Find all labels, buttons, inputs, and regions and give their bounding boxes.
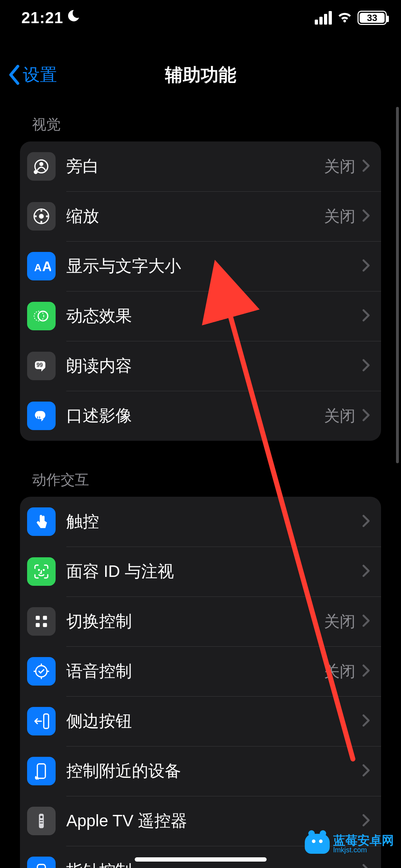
svg-text:A: A — [42, 259, 51, 274]
zoom-icon — [27, 202, 56, 231]
svg-point-27 — [40, 816, 43, 818]
watermark-logo-icon — [305, 834, 330, 854]
svg-rect-25 — [37, 764, 46, 779]
row-label: 切换控制 — [66, 610, 324, 632]
audiodesc-icon: ,, — [27, 402, 56, 430]
row-label: 口述影像 — [66, 405, 324, 427]
svg-point-17 — [38, 569, 40, 571]
row-label: 缩放 — [66, 205, 324, 227]
battery-percent: 33 — [367, 12, 377, 24]
section-header-visual: 视觉 — [0, 107, 401, 141]
svg-rect-22 — [43, 623, 47, 627]
row-label: 朗读内容 — [66, 355, 362, 377]
chevron-right-icon — [362, 409, 370, 423]
appletv-icon — [27, 807, 56, 835]
group-visual: 旁白 关闭 缩放 关闭 AA 显示与文字大小 — [20, 141, 381, 441]
nav-bar: 设置 辅助功能 — [0, 53, 401, 96]
row-label: 旁白 — [66, 155, 324, 177]
row-value: 关闭 — [324, 611, 355, 632]
svg-rect-20 — [43, 616, 47, 620]
chevron-right-icon — [362, 159, 370, 174]
chevron-right-icon — [362, 664, 370, 678]
status-left: 21:21 — [21, 9, 81, 27]
chevron-right-icon — [362, 209, 370, 223]
watermark: 蓝莓安卓网 lmkjst.com — [305, 834, 394, 854]
section-header-physical: 动作交互 — [0, 462, 401, 497]
svg-point-7 — [35, 215, 37, 217]
svg-point-8 — [46, 215, 48, 217]
row-side-button[interactable]: 侧边按钮 — [20, 696, 381, 746]
do-not-disturb-icon — [66, 9, 81, 27]
row-label: 触控 — [66, 511, 362, 533]
svg-rect-28 — [40, 820, 43, 821]
svg-text:A: A — [34, 262, 42, 273]
chevron-right-icon — [362, 309, 370, 323]
svg-text:,,: ,, — [37, 411, 41, 419]
row-motion[interactable]: 动态效果 — [20, 291, 381, 341]
row-label: Apple TV 遥控器 — [66, 810, 362, 832]
svg-point-1 — [39, 162, 43, 166]
chevron-right-icon — [362, 359, 370, 373]
svg-point-5 — [40, 210, 42, 212]
row-display-text-size[interactable]: AA 显示与文字大小 — [20, 241, 381, 291]
row-label: 侧边按钮 — [66, 710, 362, 732]
battery-icon: 33 — [358, 11, 387, 25]
status-time: 21:21 — [21, 9, 63, 27]
motion-icon — [27, 302, 56, 330]
cellular-signal-icon — [315, 11, 332, 25]
chevron-right-icon — [362, 714, 370, 728]
svg-point-6 — [40, 221, 42, 223]
chevron-right-icon — [362, 764, 370, 778]
back-button[interactable]: 设置 — [0, 63, 57, 86]
chevron-right-icon — [362, 515, 370, 529]
row-zoom[interactable]: 缩放 关闭 — [20, 191, 381, 241]
row-value: 关闭 — [324, 156, 355, 177]
group-physical: 触控 面容 ID 与注视 切换控制 关闭 — [20, 497, 381, 868]
row-value: 关闭 — [324, 405, 355, 427]
status-bar: 21:21 33 — [0, 0, 401, 36]
chevron-right-icon — [362, 259, 370, 273]
home-indicator — [135, 857, 267, 862]
row-control-nearby-devices[interactable]: 控制附近的设备 — [20, 746, 381, 796]
watermark-url: lmkjst.com — [333, 846, 394, 853]
chevron-right-icon — [362, 814, 370, 828]
page-title: 辅助功能 — [0, 63, 401, 87]
svg-rect-21 — [36, 623, 40, 627]
touch-icon — [27, 507, 56, 536]
row-switch-control[interactable]: 切换控制 关闭 — [20, 596, 381, 646]
svg-rect-29 — [40, 823, 43, 823]
row-faceid-attention[interactable]: 面容 ID 与注视 — [20, 547, 381, 596]
row-value: 关闭 — [324, 661, 355, 682]
chevron-right-icon — [362, 614, 370, 629]
svg-point-2 — [34, 170, 38, 174]
svg-point-18 — [43, 569, 45, 571]
scroll-indicator — [396, 107, 399, 463]
row-spoken-content[interactable]: 99 朗读内容 — [20, 341, 381, 391]
svg-rect-24 — [44, 714, 49, 729]
row-label: 控制附近的设备 — [66, 760, 362, 782]
row-label: 显示与文字大小 — [66, 255, 362, 277]
chevron-right-icon — [362, 564, 370, 579]
textsize-icon: AA — [27, 252, 56, 280]
content[interactable]: 视觉 旁白 关闭 缩放 关闭 AA — [0, 107, 401, 868]
row-audio-descriptions[interactable]: ,, 口述影像 关闭 — [20, 391, 381, 441]
svg-rect-19 — [36, 616, 40, 620]
row-voice-control[interactable]: 语音控制 关闭 — [20, 646, 381, 696]
watermark-title: 蓝莓安卓网 — [333, 834, 394, 846]
voicecontrol-icon — [27, 657, 56, 686]
svg-rect-30 — [37, 864, 46, 868]
back-label: 设置 — [23, 63, 57, 86]
status-right: 33 — [315, 9, 387, 26]
wifi-icon — [337, 9, 353, 26]
switchcontrol-icon — [27, 607, 56, 636]
row-label: 语音控制 — [66, 660, 324, 682]
svg-point-11 — [38, 311, 48, 321]
faceid-icon — [27, 557, 56, 586]
row-label: 面容 ID 与注视 — [66, 560, 362, 583]
row-touch[interactable]: 触控 — [20, 497, 381, 547]
svg-text:99: 99 — [37, 362, 43, 368]
row-voiceover[interactable]: 旁白 关闭 — [20, 141, 381, 191]
svg-point-4 — [39, 214, 44, 219]
speak-icon: 99 — [27, 352, 56, 380]
screen: 21:21 33 设置 辅助功能 视觉 — [0, 0, 401, 868]
